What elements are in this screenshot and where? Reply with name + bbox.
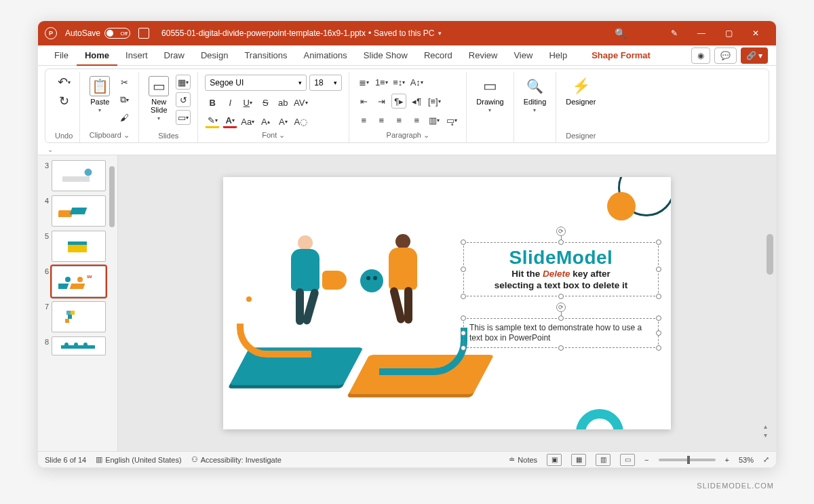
grow-font-button[interactable]: A▴ [258, 114, 273, 129]
tab-file[interactable]: File [46, 45, 77, 66]
decrease-indent-button[interactable]: ⇤ [356, 94, 371, 109]
paste-button[interactable]: 📋 Paste▾ [87, 75, 113, 115]
rotate-handle-icon[interactable]: ⟳ [556, 303, 566, 312]
increase-indent-button[interactable]: ⇥ [374, 94, 389, 109]
close-button[interactable]: ✕ [742, 21, 769, 45]
svg-rect-12 [68, 315, 72, 319]
char-spacing-button[interactable]: AV▾ [293, 95, 308, 110]
thumbnail-8[interactable] [52, 336, 106, 355]
justify-button[interactable]: ≡ [409, 113, 424, 128]
cut-button[interactable]: ✂ [117, 75, 132, 90]
text-direction-button[interactable]: A↕▾ [409, 75, 424, 90]
camera-button[interactable]: ◉ [691, 47, 710, 64]
collapse-ribbon-button[interactable]: ⌄ [38, 144, 776, 155]
notes-button[interactable]: ≐ Notes [509, 455, 537, 464]
tab-draw[interactable]: Draw [156, 45, 193, 66]
align-center-button[interactable]: ≡ [374, 113, 389, 128]
clear-format-button[interactable]: A◌ [293, 114, 308, 129]
redo-button[interactable]: ↻ [56, 94, 71, 109]
tab-shape-format[interactable]: Shape Format [583, 45, 659, 66]
filename-text: 60555-01-digital-divide-powerpoint-templ… [161, 28, 366, 38]
line-spacing-button[interactable]: ≡↕▾ [391, 75, 406, 90]
tab-review[interactable]: Review [461, 45, 506, 66]
zoom-in-button[interactable]: + [725, 456, 729, 464]
font-family-select[interactable]: Segoe UI▾ [205, 75, 307, 91]
document-title[interactable]: 60555-01-digital-divide-powerpoint-templ… [161, 28, 442, 38]
save-status: Saved to this PC [374, 28, 434, 38]
smartart-button[interactable]: ▭̥▾ [444, 113, 459, 128]
tab-home[interactable]: Home [77, 45, 117, 66]
thumbnail-4[interactable] [52, 195, 106, 227]
reset-button[interactable]: ↺ [176, 92, 191, 107]
columns-button[interactable]: ▥▾ [427, 113, 442, 128]
tab-slideshow[interactable]: Slide Show [355, 45, 416, 66]
tab-transitions[interactable]: Transitions [236, 45, 295, 66]
bold-button[interactable]: B [205, 95, 220, 110]
slide-nav-arrows[interactable]: ▴▾ [764, 423, 773, 439]
sample-text-box[interactable]: ⟳ This is sample text to demonstrate how… [463, 318, 659, 348]
minimize-button[interactable]: — [688, 21, 715, 45]
thumbnail-scrollbar[interactable] [109, 159, 116, 447]
rotate-handle-icon[interactable]: ⟳ [556, 227, 566, 236]
search-button[interactable]: 🔍 [606, 21, 634, 45]
shadow-button[interactable]: ab [275, 95, 290, 110]
title-text-box[interactable]: ⟳ SlideModel Hit the Delete key after se… [463, 242, 659, 296]
tab-help[interactable]: Help [541, 45, 575, 66]
svg-rect-7 [70, 284, 85, 289]
editing-button[interactable]: 🔍Editing▾ [521, 75, 549, 115]
save-icon[interactable] [138, 28, 149, 39]
coming-soon-icon[interactable]: ✎ [661, 21, 688, 45]
new-slide-button[interactable]: ▭ New Slide▾ [146, 75, 172, 123]
align-left-button[interactable]: ≡ [356, 113, 371, 128]
align-text-button[interactable]: [≡]▾ [427, 94, 442, 109]
underline-button[interactable]: U▾ [240, 95, 255, 110]
bullets-button[interactable]: ≣▾ [356, 75, 371, 90]
thumbnail-3[interactable] [52, 160, 106, 191]
numbering-button[interactable]: 1≡▾ [374, 75, 389, 90]
fit-to-window-button[interactable]: ⤢ [763, 455, 769, 464]
maximize-button[interactable]: ▢ [715, 21, 742, 45]
slide-position[interactable]: Slide 6 of 14 [45, 456, 86, 464]
tab-view[interactable]: View [505, 45, 541, 66]
section-button[interactable]: ▭▾ [176, 110, 191, 125]
copy-button[interactable]: ⧉▾ [117, 92, 132, 107]
drawing-button[interactable]: ▭Drawing▾ [473, 75, 506, 115]
accessibility-button[interactable]: ⚇ Accessibility: Investigate [191, 455, 282, 464]
font-color-button[interactable]: A▾ [222, 115, 237, 128]
canvas-vertical-scrollbar[interactable] [765, 159, 775, 447]
zoom-percent[interactable]: 53% [739, 456, 754, 464]
tab-insert[interactable]: Insert [117, 45, 156, 66]
thumbnail-7[interactable] [52, 301, 106, 332]
align-right-button[interactable]: ≡ [391, 113, 406, 128]
format-painter-button[interactable]: 🖌 [117, 110, 132, 125]
designer-button[interactable]: ⚡Designer [563, 75, 598, 107]
share-button[interactable]: 🔗 ▾ [741, 47, 768, 64]
reading-view-button[interactable]: ▥ [596, 454, 610, 466]
thumbnail-6[interactable]: SM [52, 266, 106, 297]
italic-button[interactable]: I [222, 95, 237, 110]
comments-button[interactable]: 💬 [714, 47, 737, 64]
slide-canvas[interactable]: ⟳ SlideModel Hit the Delete key after se… [223, 177, 671, 429]
shrink-font-button[interactable]: A▾ [275, 114, 290, 129]
undo-button[interactable]: ↶▾ [56, 75, 71, 90]
zoom-slider[interactable] [659, 459, 716, 461]
layout-button[interactable]: ▦▾ [176, 75, 191, 90]
normal-view-button[interactable]: ▣ [547, 454, 562, 466]
tab-record[interactable]: Record [416, 45, 461, 66]
rtl-button[interactable]: ◂¶ [409, 94, 424, 109]
tab-animations[interactable]: Animations [296, 45, 355, 66]
autosave-toggle[interactable]: Off [104, 28, 130, 39]
thumbnail-5[interactable] [52, 231, 106, 262]
strike-button[interactable]: S [258, 95, 273, 110]
font-size-select[interactable]: 18▾ [309, 75, 342, 91]
zoom-out-button[interactable]: − [644, 456, 648, 464]
slideshow-view-button[interactable]: ▭ [620, 454, 635, 466]
sorter-view-button[interactable]: ▦ [571, 454, 586, 466]
slide-illustration[interactable] [233, 231, 490, 408]
language-button[interactable]: ▥ English (United States) [96, 455, 182, 464]
change-case-button[interactable]: Aa▾ [240, 114, 255, 129]
highlight-button[interactable]: ✎▾ [205, 115, 220, 128]
ltr-button[interactable]: ¶▸ [391, 94, 406, 109]
svg-rect-4 [68, 244, 87, 252]
tab-design[interactable]: Design [193, 45, 236, 66]
